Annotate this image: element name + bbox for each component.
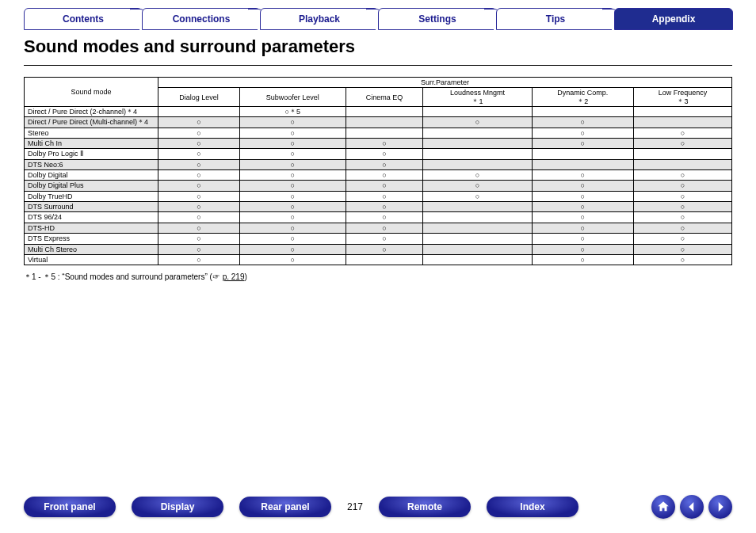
cell: ○ — [633, 234, 731, 244]
row-label: DTS Express — [25, 234, 158, 244]
cell: ○ — [532, 139, 633, 149]
cell — [423, 107, 532, 117]
cell: ○ — [633, 191, 731, 201]
cell: ○ — [532, 254, 633, 265]
col-2: Cinema EQ — [346, 88, 423, 107]
footnote: ＊1 - ＊5 : “Sound modes and surround para… — [24, 272, 732, 283]
cell — [423, 212, 532, 223]
cell: ○ — [633, 244, 731, 254]
cell — [532, 159, 633, 169]
cell: ○ — [158, 117, 240, 128]
table-row: Direct / Pure Direct (Multi-channel)＊4○○… — [25, 117, 732, 128]
cell — [423, 202, 532, 212]
tab-appendix[interactable]: Appendix — [614, 8, 733, 30]
table-row: Dolby TrueHD○○○○○○ — [25, 191, 732, 201]
row-label: Direct / Pure Direct (2-channel)＊4 — [25, 107, 158, 117]
page-number: 217 — [347, 501, 363, 512]
cell: ○ — [346, 159, 423, 169]
cell: ○ — [239, 191, 346, 201]
tab-contents[interactable]: Contents — [24, 8, 143, 30]
btn-remote[interactable]: Remote — [379, 497, 471, 517]
cell — [423, 234, 532, 244]
footnote-link[interactable]: p. 219 — [223, 272, 245, 281]
cell: ○ — [346, 191, 423, 201]
page-title: Sound modes and surround parameters — [24, 36, 732, 57]
table-row: Dolby Pro Logic Ⅱ○○○ — [25, 149, 732, 159]
btn-display[interactable]: Display — [132, 497, 223, 517]
cell — [633, 159, 731, 169]
cell: ○ — [633, 181, 731, 191]
cell — [633, 117, 731, 128]
cell — [423, 159, 532, 169]
home-icon[interactable] — [651, 495, 675, 519]
btn-index[interactable]: Index — [487, 497, 578, 517]
footnote-prefix: ＊1 - ＊5 : “Sound modes and surround para… — [24, 272, 223, 281]
row-label: Stereo — [25, 128, 158, 138]
cell: ○ — [633, 212, 731, 223]
cell: ○ — [532, 128, 633, 138]
cell — [158, 107, 240, 117]
cell: ○ — [532, 234, 633, 244]
cell: ○ — [239, 159, 346, 169]
row-label: Multi Ch In — [25, 139, 158, 149]
cell: ○ — [532, 170, 633, 181]
cell: ○ — [158, 254, 240, 265]
cell: ○ — [158, 223, 240, 233]
cell: ○ — [532, 202, 633, 212]
cell: ○ — [239, 223, 346, 233]
cell: ○ — [346, 181, 423, 191]
col-sound-mode: Sound mode — [25, 78, 158, 107]
cell — [532, 107, 633, 117]
cell: ○ — [346, 149, 423, 159]
cell — [423, 254, 532, 265]
tab-playback[interactable]: Playback — [260, 8, 379, 30]
cell: ○ — [239, 117, 346, 128]
cell — [423, 139, 532, 149]
tab-connections[interactable]: Connections — [142, 8, 261, 30]
table-row: Virtual○○○○ — [25, 254, 732, 265]
cell: ○ — [633, 202, 731, 212]
cell: ○ — [158, 128, 240, 138]
table-row: DTS 96/24○○○○○ — [25, 212, 732, 223]
col-1: Subwoofer Level — [239, 88, 346, 107]
cell: ○ — [239, 202, 346, 212]
cell: ○ — [158, 139, 240, 149]
cell: ○ — [532, 117, 633, 128]
cell: ○ — [346, 223, 423, 233]
cell — [346, 117, 423, 128]
cell: ○ — [532, 244, 633, 254]
cell — [346, 254, 423, 265]
cell: ○ — [239, 244, 346, 254]
cell: ○ — [532, 191, 633, 201]
table-row: Multi Ch Stereo○○○○○ — [25, 244, 732, 254]
cell: ○ — [239, 149, 346, 159]
next-page-icon[interactable] — [708, 495, 732, 519]
prev-page-icon[interactable] — [680, 495, 704, 519]
cell — [633, 107, 731, 117]
cell: ○ — [239, 128, 346, 138]
cell — [633, 149, 731, 159]
btn-front-panel[interactable]: Front panel — [24, 497, 116, 517]
tab-tips[interactable]: Tips — [496, 8, 615, 30]
tab-settings[interactable]: Settings — [378, 8, 497, 30]
btn-rear-panel[interactable]: Rear panel — [239, 497, 331, 517]
cell: ○ — [158, 244, 240, 254]
cell: ○ — [158, 149, 240, 159]
cell: ○ — [423, 191, 532, 201]
cell: ○ — [239, 234, 346, 244]
cell: ○ — [346, 170, 423, 181]
table-row: DTS Surround○○○○○ — [25, 202, 732, 212]
table-row: DTS-HD○○○○○ — [25, 223, 732, 233]
cell: ○ — [423, 181, 532, 191]
cell — [423, 223, 532, 233]
cell — [423, 244, 532, 254]
cell — [346, 128, 423, 138]
cell: ○ — [346, 234, 423, 244]
cell: ○ — [346, 244, 423, 254]
cell: ○ — [532, 212, 633, 223]
cell: ○ — [158, 234, 240, 244]
row-label: Virtual — [25, 254, 158, 265]
cell: ○ — [633, 128, 731, 138]
col-5: Low Frequency＊3 — [633, 88, 731, 107]
table-row: Dolby Digital Plus○○○○○○ — [25, 181, 732, 191]
